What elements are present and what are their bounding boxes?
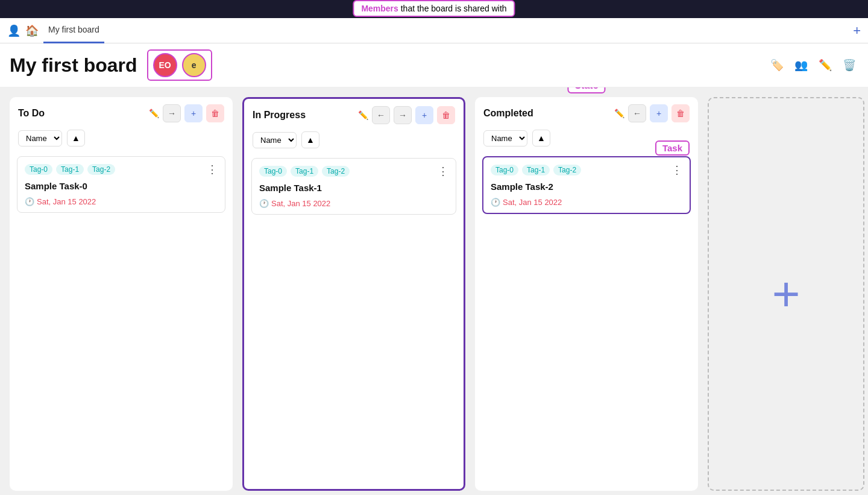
board-header: My first board EO e 🏷️ 👥 ✏️ 🗑️ [0, 43, 868, 87]
add-task-in-progress[interactable]: + [415, 106, 433, 124]
column-title-completed: Completed [483, 108, 611, 119]
tag-button[interactable]: 🏷️ [768, 56, 786, 74]
date-text-0: Sat, Jan 15 2022 [37, 197, 96, 206]
add-column-icon: + [772, 270, 800, 318]
tag-0-1: Tag-1 [56, 164, 84, 175]
sort-dir-in-progress[interactable]: ▲ [301, 131, 319, 148]
add-task-completed[interactable]: + [650, 104, 668, 122]
task-title-2: Sample Task-2 [491, 181, 682, 192]
task-menu-0[interactable]: ⋮ [207, 163, 218, 176]
board-tab[interactable]: My first board [43, 18, 104, 43]
tag-1-2: Tag-2 [322, 166, 350, 177]
delete-in-progress[interactable]: 🗑 [437, 106, 455, 124]
move-left-completed[interactable]: ← [628, 104, 646, 122]
column-title-in-progress: In Progress [253, 110, 354, 121]
date-text-1: Sat, Jan 15 2022 [271, 199, 330, 208]
avatars-group[interactable]: EO e [147, 49, 212, 81]
sort-select-todo[interactable]: Name Date [18, 130, 62, 147]
task-menu-1[interactable]: ⋮ [438, 165, 448, 178]
sort-select-completed[interactable]: Name Date [483, 130, 527, 147]
tag-0-2: Tag-2 [87, 164, 115, 175]
board-content: To Do ✏️ → + 🗑 Name Date ▲ Tag-0 Tag-1 T… [0, 87, 868, 495]
clock-icon-2: 🕐 [491, 198, 500, 207]
task-date-2: 🕐 Sat, Jan 15 2022 [491, 198, 682, 207]
task-date-1: 🕐 Sat, Jan 15 2022 [259, 199, 448, 208]
task-tags-0: Tag-0 Tag-1 Tag-2 ⋮ [25, 163, 218, 176]
tag-1-1: Tag-1 [291, 166, 318, 177]
column-in-progress: In Progress ✏️ ← → + 🗑 Name Date ▲ Tag-0… [242, 97, 465, 491]
sort-dir-completed[interactable]: ▲ [532, 130, 550, 147]
task-title-1: Sample Task-1 [259, 183, 448, 193]
sort-row-todo: Name Date ▲ [10, 130, 233, 153]
tag-2-0: Tag-0 [491, 165, 518, 175]
task-menu-2[interactable]: ⋮ [671, 163, 682, 177]
user-icon[interactable]: 👤 [7, 24, 20, 37]
avatar-e: e [182, 53, 206, 77]
nav-add-button[interactable]: + [853, 23, 861, 39]
task-card-2: Task Tag-0 Tag-1 Tag-2 ⋮ Sample Task-2 🕐… [482, 156, 691, 214]
members-annotation-highlight: Members [361, 4, 398, 13]
avatar-eo: EO [153, 53, 177, 77]
move-right-todo[interactable]: → [163, 104, 181, 122]
members-button[interactable]: 👥 [792, 56, 810, 74]
sort-dir-todo[interactable]: ▲ [67, 130, 85, 147]
edit-todo-icon[interactable]: ✏️ [149, 109, 159, 118]
sort-row-in-progress: Name Date ▲ [244, 131, 464, 154]
move-right-in-progress[interactable]: → [394, 106, 412, 124]
move-left-in-progress[interactable]: ← [372, 106, 390, 124]
edit-board-button[interactable]: ✏️ [816, 56, 834, 74]
sort-select-in-progress[interactable]: Name Date [253, 132, 297, 148]
tag-2-1: Tag-1 [522, 165, 550, 175]
task-card-0: Tag-0 Tag-1 Tag-2 ⋮ Sample Task-0 🕐 Sat,… [17, 156, 225, 213]
nav-row: 👤 🏠 My first board + [0, 18, 868, 43]
column-title-todo: To Do [18, 108, 145, 119]
delete-board-button[interactable]: 🗑️ [840, 56, 858, 74]
task-tags-2: Tag-0 Tag-1 Tag-2 ⋮ [491, 163, 682, 177]
clock-icon-0: 🕐 [25, 197, 34, 206]
tag-0-0: Tag-0 [25, 164, 52, 175]
tag-2-2: Tag-2 [553, 165, 581, 175]
board-title: My first board [10, 54, 137, 77]
column-header-todo: To Do ✏️ → + 🗑 [10, 97, 233, 130]
state-annotation-label: State [567, 87, 605, 93]
edit-in-progress-icon[interactable]: ✏️ [358, 110, 368, 120]
task-card-1: Tag-0 Tag-1 Tag-2 ⋮ Sample Task-1 🕐 Sat,… [251, 158, 456, 215]
task-annotation-label: Task [655, 140, 690, 156]
column-header-completed: Completed ✏️ ← + 🗑 [475, 97, 698, 130]
delete-todo[interactable]: 🗑 [206, 104, 224, 122]
clock-icon-1: 🕐 [259, 199, 269, 208]
date-text-2: Sat, Jan 15 2022 [503, 198, 562, 207]
board-header-actions: 🏷️ 👥 ✏️ 🗑️ [768, 56, 858, 74]
task-title-0: Sample Task-0 [25, 181, 218, 191]
home-icon[interactable]: 🏠 [25, 24, 39, 37]
column-header-in-progress: In Progress ✏️ ← → + 🗑 [244, 99, 464, 131]
tab-label: My first board [48, 25, 99, 34]
task-tags-1: Tag-0 Tag-1 Tag-2 ⋮ [259, 165, 448, 178]
task-date-0: 🕐 Sat, Jan 15 2022 [25, 197, 218, 206]
edit-completed-icon[interactable]: ✏️ [614, 109, 624, 118]
column-completed: State Completed ✏️ ← + 🗑 Name Date ▲ Tas… [475, 97, 698, 491]
add-task-todo[interactable]: + [184, 104, 203, 122]
add-column-area[interactable]: + [708, 97, 864, 491]
column-todo: To Do ✏️ → + 🗑 Name Date ▲ Tag-0 Tag-1 T… [10, 97, 233, 491]
delete-completed[interactable]: 🗑 [671, 104, 690, 122]
tag-1-0: Tag-0 [259, 166, 287, 177]
top-bar: Members that the board is shared with [0, 0, 868, 18]
members-annotation-rest: that the board is shared with [398, 4, 507, 13]
